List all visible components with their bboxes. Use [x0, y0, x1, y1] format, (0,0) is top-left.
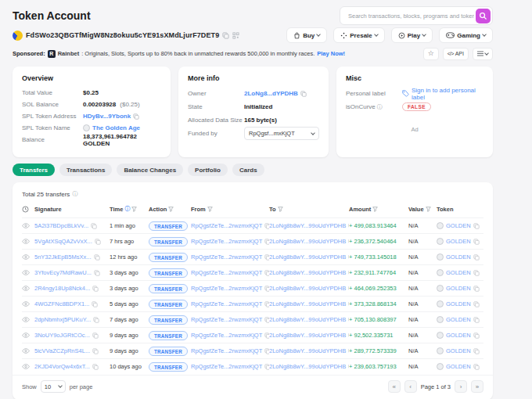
preview-eye-icon[interactable]	[22, 301, 34, 307]
preview-eye-icon[interactable]	[22, 286, 34, 291]
time-format-icon[interactable]: ⓘ	[124, 205, 130, 213]
copy-icon[interactable]	[473, 332, 480, 339]
token-link[interactable]: GOLDEN	[446, 316, 471, 323]
signature-link[interactable]: 5A2i37BDpcBLkVv...	[34, 222, 88, 229]
funded-by-select[interactable]: RpQgsf...mxKjQT	[244, 127, 319, 140]
copy-icon[interactable]	[300, 91, 307, 97]
to-address-link[interactable]: 2LoNg8b8wY...99oUdYPDHB	[269, 238, 346, 245]
qr-code-icon[interactable]	[232, 32, 239, 39]
copy-icon[interactable]	[93, 317, 99, 323]
copy-address-icon[interactable]	[222, 32, 229, 39]
api-button[interactable]: </> API	[443, 48, 469, 60]
signature-link[interactable]: 3YfovEcy7MdRawU...	[34, 269, 92, 276]
copy-icon[interactable]	[473, 270, 480, 276]
copy-icon[interactable]	[473, 348, 480, 354]
from-address-link[interactable]: RpQgsfZeTe...2rwzmxKjQT	[191, 238, 262, 245]
sign-in-personal-label-link[interactable]: Sign in to add personal label	[412, 87, 483, 101]
from-address-link[interactable]: RpQgsfZeTe...2rwzmxKjQT	[191, 300, 262, 307]
copy-icon[interactable]	[473, 301, 480, 307]
preview-eye-icon[interactable]	[22, 254, 34, 260]
copy-icon[interactable]	[94, 270, 100, 276]
preview-eye-icon[interactable]	[22, 364, 34, 369]
to-address-link[interactable]: 2LoNg8b8wY...99oUdYPDHB	[269, 332, 346, 339]
copy-icon[interactable]	[473, 317, 480, 323]
filter-icon[interactable]	[207, 207, 213, 212]
token-link[interactable]: GOLDEN	[446, 238, 471, 245]
next-page-button[interactable]: ›	[455, 380, 467, 393]
owner-link[interactable]: 2LoNg8...dYPDHB	[244, 90, 298, 97]
tab-cards[interactable]: Cards	[232, 164, 264, 176]
copy-icon[interactable]	[92, 332, 99, 339]
token-link[interactable]: GOLDEN	[446, 332, 471, 339]
copy-icon[interactable]	[92, 301, 98, 307]
from-address-link[interactable]: RpQgsfZeTe...2rwzmxKjQT	[191, 253, 262, 261]
signature-link[interactable]: 2KJD4VorQw4x6xT...	[34, 363, 90, 370]
from-address-link[interactable]: RpQgsfZeTe...2rwzmxKjQT	[191, 285, 262, 292]
to-address-link[interactable]: 2LoNg8b8wY...99oUdYPDHB	[269, 222, 346, 229]
token-link[interactable]: GOLDEN	[446, 300, 471, 307]
copy-icon[interactable]	[94, 254, 100, 261]
to-address-link[interactable]: 2LoNg8b8wY...99oUdYPDHB	[269, 285, 346, 292]
search-input[interactable]	[347, 12, 476, 20]
copy-icon[interactable]	[473, 223, 480, 229]
token-link[interactable]: GOLDEN	[446, 253, 471, 261]
copy-icon[interactable]	[133, 113, 139, 120]
copy-icon[interactable]	[95, 239, 101, 245]
clock-icon[interactable]	[22, 206, 34, 213]
page-size-select[interactable]: 10	[41, 380, 66, 393]
from-address-link[interactable]: RpQgsfZeTe...2rwzmxKjQT	[191, 332, 262, 339]
preview-eye-icon[interactable]	[22, 348, 34, 354]
from-address-link[interactable]: RpQgsfZeTe...2rwzmxKjQT	[191, 316, 262, 323]
preview-eye-icon[interactable]	[22, 270, 34, 275]
copy-icon[interactable]	[92, 364, 99, 370]
token-link[interactable]: GOLDEN	[446, 363, 471, 370]
signature-link[interactable]: 5VgAtXSqQAZvVxX...	[34, 238, 92, 245]
preview-eye-icon[interactable]	[22, 332, 34, 338]
token-link[interactable]: GOLDEN	[446, 269, 471, 276]
tab-portfolio[interactable]: Portfolio	[188, 164, 228, 176]
from-address-link[interactable]: RpQgsfZeTe...2rwzmxKjQT	[191, 363, 262, 370]
to-address-link[interactable]: 2LoNg8b8wY...99oUdYPDHB	[269, 300, 346, 307]
favorite-button[interactable]: ☆	[423, 48, 439, 60]
to-address-link[interactable]: 2LoNg8b8wY...99oUdYPDHB	[269, 316, 346, 323]
copy-icon[interactable]	[473, 286, 480, 292]
copy-icon[interactable]	[473, 364, 480, 370]
play-now-link[interactable]: Play Now!	[317, 50, 345, 57]
from-address-link[interactable]: RpQgsfZeTe...2rwzmxKjQT	[191, 222, 262, 229]
to-address-link[interactable]: 2LoNg8b8wY...99oUdYPDHB	[269, 269, 346, 276]
signature-link[interactable]: 4WGZFNc8BDPX1...	[34, 300, 89, 307]
signature-link[interactable]: 5icVVaZCZpRnS4L...	[34, 347, 90, 354]
from-address-link[interactable]: RpQgsfZeTe...2rwzmxKjQT	[191, 269, 262, 276]
to-address-link[interactable]: 2LoNg8b8wY...99oUdYPDHB	[269, 363, 346, 370]
play-button[interactable]: Play	[391, 27, 433, 43]
prev-page-button[interactable]: ‹	[404, 380, 417, 393]
token-link[interactable]: GOLDEN	[446, 347, 471, 354]
to-address-link[interactable]: 2LoNg8b8wY...99oUdYPDHB	[269, 253, 346, 261]
spl-token-name-link[interactable]: The Golden Age	[92, 124, 140, 131]
gaming-button[interactable]: Gaming	[439, 27, 493, 43]
token-link[interactable]: GOLDEN	[446, 285, 471, 292]
copy-icon[interactable]	[473, 254, 480, 261]
first-page-button[interactable]: «	[388, 380, 401, 393]
to-address-link[interactable]: 2LoNg8b8wY...99oUdYPDHB	[269, 347, 346, 354]
filter-icon[interactable]	[278, 207, 283, 212]
search-button[interactable]	[476, 9, 491, 23]
token-link[interactable]: GOLDEN	[446, 222, 471, 229]
preview-eye-icon[interactable]	[22, 223, 34, 228]
copy-icon[interactable]	[473, 239, 480, 245]
signature-link[interactable]: 5nY32JkEpB5MsXx...	[34, 253, 92, 261]
more-menu-button[interactable]	[473, 48, 493, 60]
tab-transfers[interactable]: Transfers	[13, 164, 55, 176]
presale-button[interactable]: Presale	[333, 27, 384, 43]
filter-icon[interactable]	[372, 207, 378, 212]
signature-link[interactable]: 3NoUY9oJGRtCOc...	[34, 332, 90, 339]
copy-icon[interactable]	[91, 223, 97, 229]
signature-link[interactable]: 2dpNbmhxj5PUKuY...	[34, 316, 91, 323]
tab-transactions[interactable]: Transactions	[59, 164, 112, 176]
spl-token-address-link[interactable]: HDyBv...9Ybonk	[83, 113, 131, 120]
tab-balance-changes[interactable]: Balance Changes	[117, 164, 183, 176]
filter-icon[interactable]	[168, 207, 174, 212]
preview-eye-icon[interactable]	[22, 317, 34, 322]
from-address-link[interactable]: RpQgsfZeTe...2rwzmxKjQT	[191, 347, 262, 354]
filter-icon[interactable]	[131, 207, 137, 212]
